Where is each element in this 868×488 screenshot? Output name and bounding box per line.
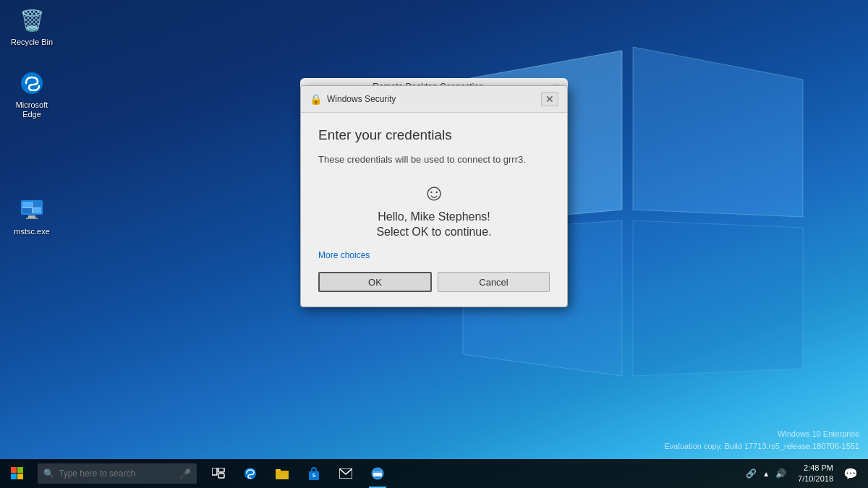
dialog-avatar-area: ☺ Hello, Mike Stephens! Select OK to con…	[318, 181, 550, 239]
dialog-shield-icon: 🔒	[310, 93, 321, 105]
dialog-titlebar: 🔒 Windows Security ✕	[301, 86, 567, 113]
network-icon[interactable]: 🔗	[746, 468, 757, 479]
search-icon: 🔍	[43, 468, 54, 479]
taskbar-store[interactable]: S	[298, 459, 330, 488]
taskbar-apps: S	[203, 459, 393, 488]
user-instruction: Select OK to continue.	[376, 226, 491, 239]
dialog-body: Enter your credentials These credentials…	[301, 113, 567, 307]
user-avatar-icon: ☺	[422, 181, 446, 204]
taskbar-edge-app[interactable]	[234, 459, 266, 488]
dialog-close-button[interactable]: ✕	[541, 92, 558, 106]
edge-image	[17, 69, 46, 98]
speaker-icon[interactable]: 🔊	[775, 468, 786, 479]
svg-marker-3	[633, 221, 803, 376]
dialog-title: Windows Security	[327, 94, 541, 104]
watermark: Windows 10 Enterprise Evaluation copy. B…	[665, 428, 860, 452]
dialog-buttons: OK Cancel	[318, 272, 550, 292]
mic-icon: 🎤	[179, 468, 191, 479]
watermark-line1: Windows 10 Enterprise	[665, 428, 860, 440]
recycle-bin-label: Recycle Bin	[11, 38, 53, 47]
desktop: 🗑️ Recycle Bin MicrosoftEdge	[0, 0, 868, 488]
svg-rect-30	[373, 471, 382, 473]
search-input[interactable]	[59, 468, 167, 479]
watermark-line2: Evaluation copy. Build 17713.rs5_release…	[665, 440, 860, 453]
svg-rect-23	[276, 469, 281, 471]
user-greeting: Hello, Mike Stephens!	[378, 208, 490, 226]
chevron-icon[interactable]: ▲	[762, 470, 770, 478]
taskbar-mail[interactable]	[330, 459, 362, 488]
taskbar-right: 🔗 ▲ 🔊 2:48 PM 7/10/2018 💬	[740, 459, 868, 488]
svg-rect-7	[28, 215, 35, 218]
mstsc-icon[interactable]: mstsc.exe	[6, 195, 58, 236]
cancel-button[interactable]: Cancel	[438, 272, 550, 292]
dialog-heading: Enter your credentials	[318, 127, 550, 143]
svg-rect-14	[17, 467, 23, 473]
edge-icon[interactable]: MicrosoftEdge	[6, 69, 58, 119]
svg-rect-19	[218, 474, 224, 478]
svg-rect-9	[22, 202, 32, 207]
edge-label: MicrosoftEdge	[16, 100, 48, 119]
svg-rect-18	[218, 468, 224, 472]
taskbar-system-icons: 🔗 ▲ 🔊	[740, 468, 792, 479]
windows-security-dialog: 🔒 Windows Security ✕ Enter your credenti…	[300, 85, 568, 307]
svg-marker-1	[633, 47, 803, 217]
mstsc-label: mstsc.exe	[14, 227, 50, 236]
taskbar-date-display: 7/10/2018	[798, 474, 833, 484]
more-choices-link[interactable]: More choices	[318, 250, 550, 260]
taskbar-clock[interactable]: 2:48 PM 7/10/2018	[792, 463, 839, 485]
taskbar: 🔍 🎤	[0, 459, 868, 488]
svg-rect-16	[17, 474, 23, 479]
svg-rect-17	[212, 468, 217, 475]
taskbar-time-display: 2:48 PM	[798, 463, 833, 474]
svg-rect-12	[33, 208, 41, 213]
svg-text:S: S	[312, 473, 316, 478]
svg-rect-11	[22, 208, 32, 213]
taskbar-task-view[interactable]	[203, 459, 234, 488]
svg-rect-13	[11, 467, 17, 473]
svg-rect-15	[11, 474, 17, 479]
dialog-description: These credentials will be used to connec…	[318, 153, 550, 166]
notification-icon[interactable]: 💬	[839, 467, 862, 481]
start-button[interactable]	[0, 459, 35, 488]
svg-rect-8	[26, 218, 38, 219]
mstsc-image	[17, 195, 46, 224]
recycle-bin-image: 🗑️	[17, 6, 46, 35]
taskbar-file-explorer[interactable]	[266, 459, 298, 488]
svg-rect-10	[33, 202, 41, 207]
recycle-bin-icon[interactable]: 🗑️ Recycle Bin	[6, 6, 58, 47]
ok-button[interactable]: OK	[318, 272, 432, 292]
taskbar-remote-desktop-app[interactable]	[362, 459, 393, 488]
taskbar-search[interactable]: 🔍 🎤	[38, 463, 197, 484]
